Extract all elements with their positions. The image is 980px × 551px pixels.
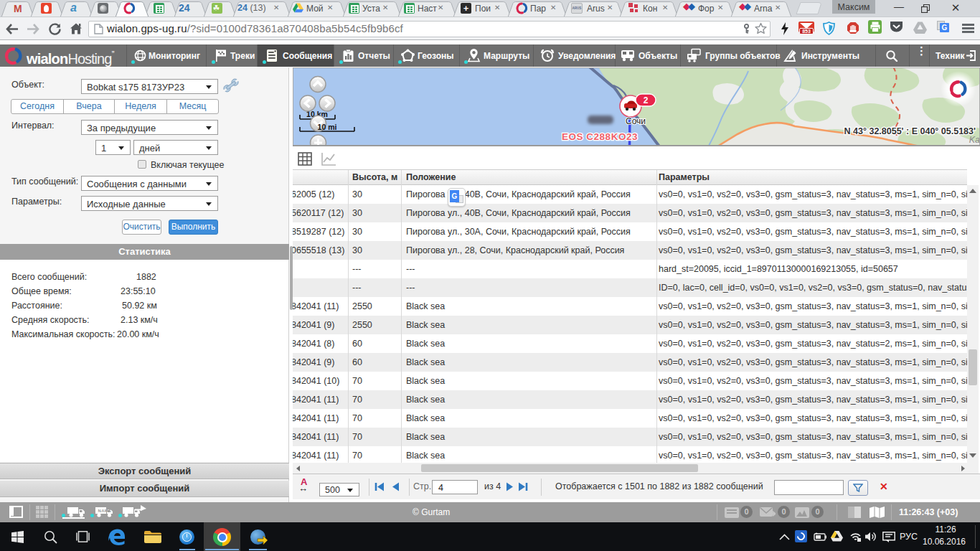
svg-text:2: 2 — [644, 95, 649, 105]
svg-text:Ka: Ka — [969, 135, 980, 145]
svg-text:N 43° 32.8055' : E 040° 05.518: N 43° 32.8055' : E 040° 05.5183' — [844, 126, 976, 136]
svg-text:10 mi: 10 mi — [318, 123, 337, 131]
svg-text:EOS C288KO23: EOS C288KO23 — [562, 131, 638, 142]
svg-text:Сочи: Сочи — [626, 116, 646, 126]
